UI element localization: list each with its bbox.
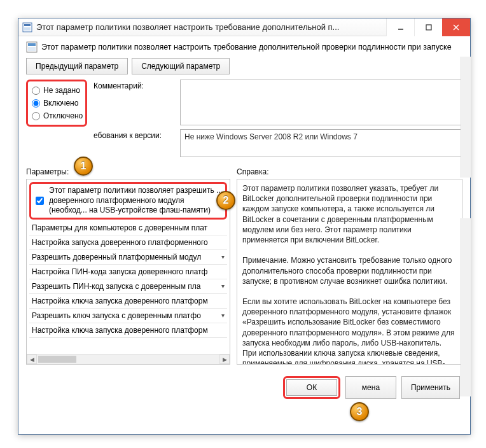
- param-combo[interactable]: Разрешить ключ запуска с доверенным плат…: [29, 309, 227, 323]
- window-buttons: [386, 18, 470, 36]
- help-paragraph: Если вы хотите использовать BitLocker на…: [242, 297, 457, 365]
- right-scroll-upper[interactable]: [461, 57, 471, 178]
- allow-without-tpm-input[interactable]: [36, 188, 44, 214]
- version-label: ебования к версии:: [94, 129, 176, 157]
- params-h-scrollbar[interactable]: ◀ ▶: [27, 354, 230, 364]
- action-buttons: ОК мена Применить: [26, 376, 462, 399]
- state-radio-group: Не задано Включено Отключено: [26, 80, 87, 161]
- prev-setting-button[interactable]: Предыдущий параметр: [26, 58, 128, 74]
- svg-rect-9: [28, 47, 36, 51]
- param-line: Настройка ключа запуска доверенного плат…: [29, 323, 227, 338]
- gpo-editor-window: Этот параметр политики позволяет настрои…: [18, 18, 471, 435]
- radio-disabled-label: Отключено: [43, 111, 83, 120]
- param-line: Настройка ключа запуска доверенного плат…: [29, 294, 227, 309]
- param-line: Настройка запуска доверенного платформен…: [29, 235, 227, 250]
- radio-not-configured-label: Не задано: [43, 86, 80, 95]
- allow-without-tpm-text: Этот параметр политики позволяет разреши…: [49, 186, 223, 216]
- marker-3: 3: [350, 402, 369, 421]
- scroll-thumb[interactable]: [38, 356, 76, 363]
- params-label: Параметры:: [26, 167, 230, 176]
- comment-textarea[interactable]: [180, 80, 462, 125]
- params-panel: Этот параметр политики позволяет разреши…: [26, 179, 230, 365]
- radio-not-configured[interactable]: Не задано: [29, 84, 84, 97]
- close-button[interactable]: [442, 18, 470, 36]
- svg-rect-2: [24, 27, 31, 31]
- apply-button[interactable]: Применить: [401, 376, 460, 399]
- policy-header-text: Этот параметр политики позволяет настрои…: [41, 43, 452, 52]
- policy-header: Этот параметр политики позволяет настрои…: [26, 41, 462, 53]
- radio-enabled[interactable]: Включено: [29, 97, 84, 109]
- help-panel[interactable]: Этот параметр политики позволяет указать…: [237, 179, 462, 365]
- svg-rect-1: [24, 24, 31, 26]
- param-combo[interactable]: Разрешить доверенный платформенный модул: [29, 250, 227, 265]
- titlebar: Этот параметр политики позволяет настрои…: [18, 18, 470, 36]
- scroll-right-icon[interactable]: ▶: [219, 354, 230, 364]
- help-label: Справка:: [237, 167, 462, 176]
- radio-enabled-label: Включено: [43, 99, 78, 108]
- radio-disabled-input[interactable]: [32, 112, 40, 120]
- right-scroll-lower[interactable]: [461, 218, 471, 396]
- next-setting-button[interactable]: Следующий параметр: [132, 58, 230, 74]
- help-paragraph: Примечание. Можно установить требование …: [242, 255, 457, 286]
- allow-without-tpm-checkbox[interactable]: Этот параметр политики позволяет разреши…: [33, 186, 223, 216]
- scroll-left-icon[interactable]: ◀: [27, 354, 37, 364]
- svg-rect-4: [426, 25, 431, 30]
- minimize-button[interactable]: [386, 18, 414, 36]
- marker-1: 1: [74, 157, 93, 176]
- window-icon: [22, 22, 32, 32]
- help-paragraph: Этот параметр политики позволяет указать…: [242, 183, 457, 245]
- radio-not-configured-input[interactable]: [32, 87, 40, 95]
- ok-button[interactable]: ОК: [286, 379, 337, 396]
- radio-disabled[interactable]: Отключено: [29, 109, 84, 122]
- allow-without-tpm-block: Этот параметр политики позволяет разреши…: [29, 182, 227, 220]
- param-combo[interactable]: Разрешить ПИН-код запуска с доверенным п…: [29, 279, 227, 294]
- comment-label: Комментарий:: [94, 80, 176, 125]
- maximize-button[interactable]: [414, 18, 442, 36]
- param-line: Параметры для компьютеров с доверенным п…: [29, 221, 227, 235]
- cancel-button[interactable]: мена: [345, 376, 396, 399]
- policy-icon: [26, 41, 38, 53]
- marker-2: 2: [216, 191, 235, 210]
- radio-enabled-input[interactable]: [32, 99, 40, 108]
- param-line: Настройка ПИН-кода запуска доверенного п…: [29, 265, 227, 279]
- svg-rect-8: [28, 43, 36, 46]
- window-title: Этот параметр политики позволяет настрои…: [36, 22, 386, 32]
- version-box: Не ниже Windows Server 2008 R2 или Windo…: [180, 129, 462, 157]
